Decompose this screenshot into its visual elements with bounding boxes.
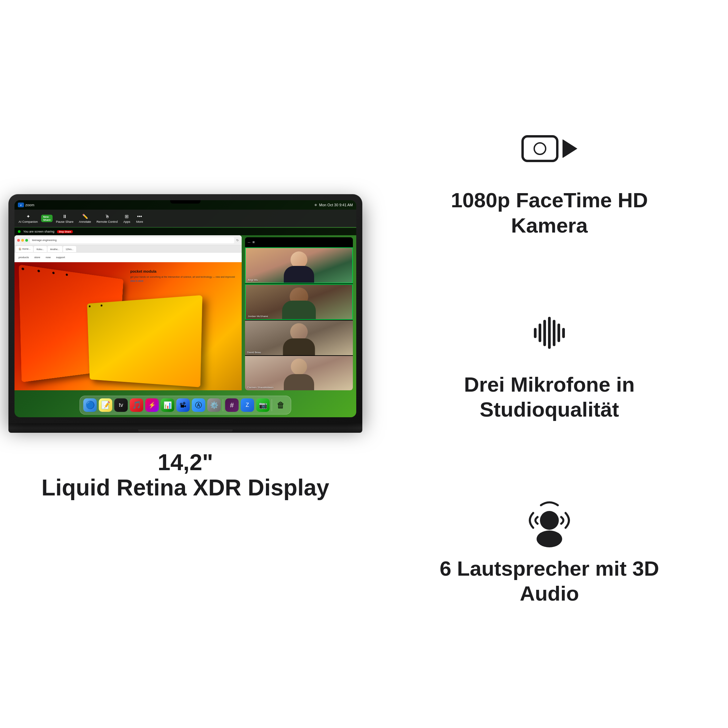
pause-icon: ⏸	[61, 213, 69, 219]
browser-content: products store now support	[14, 253, 242, 390]
apps-icon: ⊞	[123, 213, 130, 219]
reload-icon[interactable]: ↻	[236, 239, 239, 242]
wave-bar-2	[538, 324, 541, 342]
stop-share-button[interactable]: Stop Share	[57, 230, 73, 233]
synth-module-yellow	[87, 295, 202, 387]
tab-1[interactable]: 🏠 Home...	[16, 246, 33, 252]
participant-name-1: Angi Wu	[248, 278, 258, 281]
dock-slack[interactable]: #	[225, 398, 239, 412]
participant-david-beau: David Beau	[245, 321, 353, 355]
sharing-banner: You are screen sharing Stop Share	[14, 228, 356, 235]
sharing-status-dot	[18, 230, 21, 233]
macbook-body: z zoom ⊛ Mon Oct 30 9:41 AM ✦ AI Comp	[8, 194, 362, 423]
speaker-feature-title: 6 Lautsprecher mit 3D Audio	[431, 556, 667, 606]
panel-grid-icon[interactable]: ⊞	[252, 241, 255, 244]
display-size: 14,2"	[8, 450, 362, 475]
sound-arc-left-outer	[530, 513, 533, 528]
pause-share-button[interactable]: ⏸ Pause Share	[56, 213, 73, 223]
synth-title: pocket modula	[130, 269, 235, 274]
macbook-base	[8, 423, 362, 433]
zoom-label: zoom	[25, 203, 34, 207]
menu-time: Mon Oct 30 9:41 AM	[319, 203, 353, 207]
url-text: teenage.engineering	[32, 239, 57, 242]
nav-store[interactable]: store	[34, 256, 40, 259]
sharing-text: You are screen sharing	[23, 230, 54, 233]
browser-window: teenage.engineering ↻ 🏠 Home... Kobu... …	[14, 235, 242, 390]
microphone-feature-title: Drei Mikrofone in Studioqualität	[431, 372, 667, 422]
macbook: z zoom ⊛ Mon Oct 30 9:41 AM ✦ AI Comp	[8, 194, 362, 500]
camera-feature-title: 1080p FaceTime HD Kamera	[431, 188, 667, 238]
menu-bar-right: ⊛ Mon Oct 30 9:41 AM	[315, 203, 353, 207]
screen-notch	[170, 200, 200, 203]
feature-microphones: Drei Mikrofone in Studioqualität	[431, 306, 667, 422]
nav-support[interactable]: support	[56, 256, 65, 259]
remote-icon: 🖱	[104, 213, 111, 219]
wave-bar-4	[548, 317, 551, 349]
participant-jordan-mcshane: Jordan McShane	[245, 284, 353, 320]
ai-icon: ✦	[24, 213, 32, 219]
menu-bar-left: z zoom	[18, 203, 34, 207]
macbook-hinge	[138, 430, 232, 431]
waveform-graphic	[534, 316, 565, 350]
url-bar[interactable]: teenage.engineering	[30, 237, 234, 243]
display-name: Liquid Retina XDR Display	[8, 475, 362, 500]
dock-appstore[interactable]: Ⓐ	[192, 398, 205, 412]
participant-name-3: David Beau	[247, 351, 261, 354]
participant-video-4	[245, 356, 353, 391]
wave-bar-3	[543, 320, 546, 346]
speaker-3d-graphic	[519, 487, 580, 548]
nav-products[interactable]: products	[18, 256, 29, 259]
participant-video-3	[245, 321, 353, 355]
participant-video-2	[246, 285, 352, 320]
dock-divider	[223, 399, 223, 411]
sound-arc-left-inner	[535, 517, 538, 524]
close-window-button[interactable]	[17, 239, 20, 242]
fullscreen-window-button[interactable]	[25, 239, 28, 242]
panel-minimize-icon[interactable]: —	[248, 241, 251, 244]
wave-bar-5	[553, 320, 555, 346]
macbook-screen: z zoom ⊛ Mon Oct 30 9:41 AM ✦ AI Comp	[14, 200, 356, 417]
tab-3[interactable]: Anothe...	[47, 246, 62, 252]
dock-keynote[interactable]: 📽	[176, 398, 190, 412]
dock-notes[interactable]: 📝	[99, 398, 112, 412]
apps-button[interactable]: ⊞ Apps	[123, 213, 130, 223]
wave-bar-6	[557, 324, 560, 342]
new-share-button[interactable]: New Share	[43, 216, 50, 222]
speaker-svg	[519, 487, 580, 548]
microphone-icon-container	[515, 306, 583, 360]
person-head-shape	[540, 511, 559, 530]
tab-4[interactable]: 12hrs...	[63, 246, 76, 252]
wave-bar-1	[534, 328, 537, 338]
sound-arc-right-outer	[566, 513, 569, 528]
body-4	[284, 374, 314, 390]
synth-description: get your hands on something at the inter…	[130, 275, 235, 279]
synth-knobs-yellow	[89, 298, 200, 385]
dock-music[interactable]: 🎵	[130, 398, 143, 412]
tab-2[interactable]: Kobu...	[34, 246, 46, 252]
dock-zoom[interactable]: Z	[241, 398, 254, 412]
browser-toolbar: teenage.engineering ↻	[14, 235, 242, 245]
remote-control-button[interactable]: 🖱 Remote Control	[96, 213, 118, 223]
new-share-label: New Share	[41, 215, 53, 222]
dock-trash[interactable]: 🗑	[274, 398, 288, 412]
minimize-window-button[interactable]	[21, 239, 24, 242]
annotate-button[interactable]: ✏️ Annotate	[79, 213, 91, 223]
body-3	[283, 338, 315, 355]
dock-finder[interactable]: 🔵	[83, 398, 97, 412]
more-button[interactable]: ••• More	[136, 213, 143, 223]
zoom-toolbar: ✦ AI Companion New Share ⏸ Pause Share ✏…	[14, 210, 356, 227]
dock-facetime[interactable]: 📷	[256, 398, 270, 412]
feature-camera: 1080p FaceTime HD Kamera	[431, 122, 667, 238]
synth-overlay-text: pocket modula get your hands on somethin…	[130, 269, 235, 282]
camera-icon-graphic	[522, 135, 577, 162]
nav-now[interactable]: now	[46, 256, 50, 259]
dock-settings[interactable]: ⚙️	[207, 398, 221, 412]
macbook-label: 14,2" Liquid Retina XDR Display	[8, 450, 362, 500]
ai-companion-button[interactable]: ✦ AI Companion	[18, 213, 38, 223]
sound-arc-top	[541, 502, 558, 505]
synth-link[interactable]: view in store	[130, 280, 235, 282]
dock-numbers[interactable]: 📊	[161, 398, 174, 412]
participant-carmen-sharafeldeen: Carmen Sharafeldeen	[245, 356, 353, 391]
dock-shortcuts[interactable]: ⚡	[145, 398, 159, 412]
dock-appletv[interactable]: tv	[114, 398, 128, 412]
